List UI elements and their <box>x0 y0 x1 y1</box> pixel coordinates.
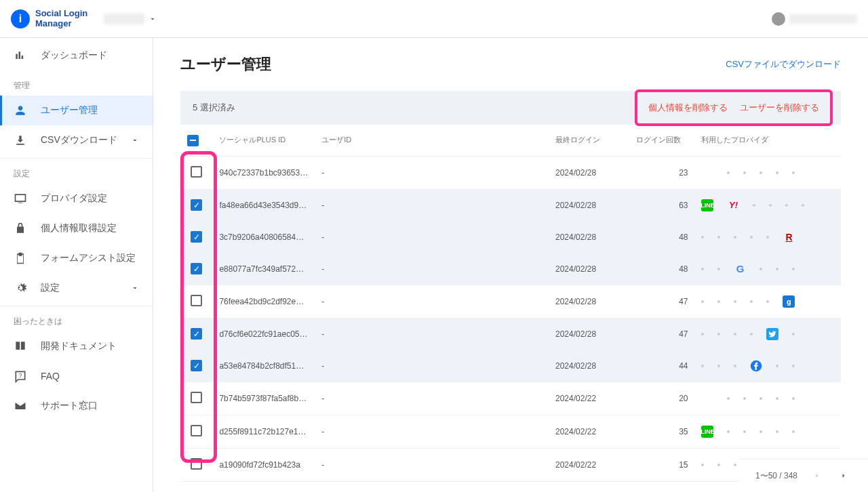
provider-empty-dot <box>776 397 778 400</box>
provider-empty-dot <box>776 171 778 174</box>
cell-social-plus-id: 7b74b5973f87fa5af8b… <box>212 382 315 415</box>
cell-user-id: - <box>315 156 549 189</box>
person-icon <box>14 104 27 117</box>
row-checkbox[interactable] <box>191 458 202 470</box>
row-checkbox[interactable] <box>191 231 202 243</box>
nav-section-settings: 設定 <box>0 158 153 184</box>
provider-empty-dot <box>792 268 795 270</box>
google-icon: G <box>734 263 746 275</box>
gear-icon <box>14 281 27 295</box>
provider-empty-dot <box>701 464 704 466</box>
nav-dashboard[interactable]: ダッシュボード <box>0 41 153 70</box>
cell-user-id: - <box>315 221 549 253</box>
table-row[interactable]: 3c7b9206a40806584a…-2024/02/2848R <box>180 221 841 253</box>
pagination-range: 1〜50 / 348 <box>755 470 797 482</box>
nav-csv-download[interactable]: CSVダウンロード <box>0 125 153 155</box>
col-user-id[interactable]: ユーザID <box>315 125 549 156</box>
csv-download-link[interactable]: CSVファイルでダウンロード <box>726 58 841 70</box>
provider-empty-dot <box>753 204 755 207</box>
twitter-icon <box>766 328 778 340</box>
cell-last-login: 2024/02/28 <box>549 189 629 221</box>
pagination: 1〜50 / 348 <box>739 459 868 492</box>
cell-login-count: 47 <box>629 318 695 350</box>
col-social-plus-id[interactable]: ソーシャルPLUS ID <box>212 125 315 156</box>
cell-login-count: 47 <box>629 285 695 318</box>
yahoo-icon: Y! <box>727 199 739 211</box>
row-checkbox[interactable] <box>191 199 202 211</box>
cell-providers <box>694 382 841 415</box>
cell-last-login: 2024/02/28 <box>549 318 629 350</box>
logo[interactable]: i Social Login Manager <box>11 9 87 28</box>
provider-empty-dot <box>776 430 778 433</box>
nav-provider-settings[interactable]: プロバイダ設定 <box>0 184 153 213</box>
nav-support[interactable]: サポート窓口 <box>0 391 153 421</box>
nav-form-assist[interactable]: フォームアシスト設定 <box>0 243 153 273</box>
delete-user-button[interactable]: ユーザーを削除する <box>740 102 819 114</box>
provider-empty-dot <box>701 333 704 335</box>
row-checkbox[interactable] <box>191 295 202 306</box>
table-row[interactable]: e88077a7fc349af5726…-2024/02/2848G <box>180 253 841 285</box>
table-row[interactable]: d255f8911c72b127e1…-2024/02/2235LINE <box>180 415 841 448</box>
table-row[interactable]: a53e84784b2cf8df51b…-2024/02/2844 <box>180 350 841 382</box>
row-checkbox[interactable] <box>191 328 202 340</box>
provider-empty-dot <box>734 464 736 466</box>
table-row[interactable]: fa48ea66d43e3543d98…-2024/02/2863LINEY! <box>180 189 841 221</box>
nav-label: プロバイダ設定 <box>41 192 107 205</box>
nav-privacy-settings[interactable]: 個人情報取得設定 <box>0 213 153 243</box>
cell-providers <box>694 350 841 382</box>
nav-label: CSVダウンロード <box>41 134 117 146</box>
content: ユーザー管理 CSVファイルでダウンロード 5 選択済み 個人情報を削除する ユ… <box>153 38 868 492</box>
provider-empty-dot <box>743 430 746 433</box>
cell-user-id: - <box>315 448 549 481</box>
cell-user-id: - <box>315 189 549 221</box>
cell-user-id: - <box>315 350 549 382</box>
bar-chart-icon <box>14 49 27 62</box>
nav-label: FAQ <box>41 371 60 382</box>
cell-login-count: 20 <box>629 382 695 415</box>
account-selector[interactable] <box>104 14 157 24</box>
nav-user-manage[interactable]: ユーザー管理 <box>0 96 153 125</box>
help-icon: ? <box>14 369 27 383</box>
nav-settings[interactable]: 設定 <box>0 273 153 303</box>
table-row[interactable]: d76cf6e022fc91aec05…-2024/02/2847 <box>180 318 841 350</box>
header-user[interactable] <box>772 12 857 26</box>
user-avatar-icon <box>772 12 785 26</box>
cell-last-login: 2024/02/22 <box>549 382 629 415</box>
provider-empty-dot <box>717 236 720 239</box>
cell-last-login: 2024/02/28 <box>549 253 629 285</box>
provider-empty-dot <box>766 236 769 239</box>
row-checkbox[interactable] <box>191 360 202 371</box>
nav-label: 開発ドキュメント <box>41 340 117 352</box>
cell-providers: LINE <box>694 415 841 448</box>
next-page-button[interactable] <box>835 468 852 484</box>
table-row[interactable]: 940c72337b1bc93653…-2024/02/2823 <box>180 156 841 189</box>
nav-faq[interactable]: ? FAQ <box>0 361 153 391</box>
nav-section-manage: 管理 <box>0 70 153 96</box>
nav-label: ダッシュボード <box>41 49 107 62</box>
prev-page-button[interactable] <box>808 468 825 484</box>
book-icon <box>14 340 27 353</box>
delete-personal-info-button[interactable]: 個人情報を削除する <box>648 102 728 114</box>
row-checkbox[interactable] <box>191 392 202 403</box>
provider-empty-dot <box>760 171 762 174</box>
nav-dev-docs[interactable]: 開発ドキュメント <box>0 331 153 361</box>
row-checkbox[interactable] <box>191 263 202 274</box>
provider-empty-dot <box>727 430 730 433</box>
provider-empty-dot <box>717 464 720 466</box>
table-row[interactable]: 7b74b5973f87fa5af8b…-2024/02/2220 <box>180 382 841 415</box>
col-login-count[interactable]: ログイン回数 <box>629 125 695 156</box>
select-all-checkbox[interactable] <box>187 135 199 146</box>
cell-user-id: - <box>315 415 549 448</box>
provider-empty-dot <box>743 397 746 400</box>
cell-last-login: 2024/02/22 <box>549 448 629 481</box>
row-checkbox[interactable] <box>191 425 202 436</box>
table-row[interactable]: 76feea42bd9c2df92ed…-2024/02/2847g <box>180 285 841 318</box>
svg-text:?: ? <box>19 372 22 379</box>
cell-last-login: 2024/02/22 <box>549 415 629 448</box>
row-checkbox[interactable] <box>191 166 202 178</box>
provider-empty-dot <box>717 300 720 303</box>
line-icon: LINE <box>701 426 713 438</box>
provider-empty-dot <box>792 430 795 433</box>
col-last-login[interactable]: 最終ログイン <box>549 125 629 156</box>
col-providers[interactable]: 利用したプロバイダ <box>694 125 841 156</box>
